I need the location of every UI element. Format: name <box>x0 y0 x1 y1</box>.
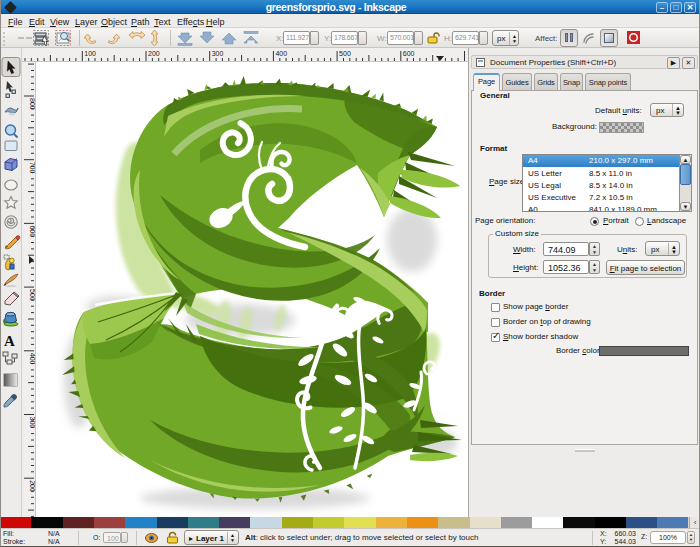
svg-text:100: 100 <box>84 50 96 57</box>
svg-text:600: 600 <box>29 225 36 237</box>
svg-text:700: 700 <box>29 162 36 174</box>
svg-text:300: 300 <box>29 417 36 429</box>
svg-text:300: 300 <box>212 50 224 57</box>
svg-text:400: 400 <box>29 353 36 365</box>
svg-text:200: 200 <box>29 480 36 492</box>
svg-text:500: 500 <box>339 50 351 57</box>
svg-text:200: 200 <box>148 50 160 57</box>
svg-text:800: 800 <box>29 98 36 110</box>
svg-text:A: A <box>4 333 15 349</box>
svg-text:400: 400 <box>275 50 287 57</box>
svg-text:500: 500 <box>29 289 36 301</box>
svg-text:600: 600 <box>403 50 415 57</box>
